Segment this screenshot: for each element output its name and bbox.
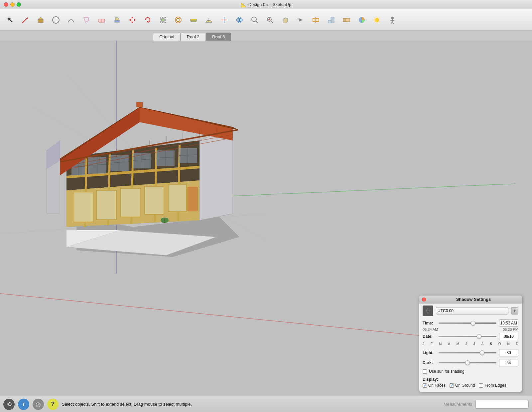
materials-tool[interactable] bbox=[354, 13, 369, 27]
time-label: Time: bbox=[423, 321, 436, 325]
svg-rect-95 bbox=[188, 187, 197, 211]
person-tool[interactable] bbox=[385, 13, 400, 27]
eraser-tool[interactable] bbox=[94, 13, 109, 27]
arc-tool[interactable] bbox=[64, 13, 78, 27]
date-slider[interactable] bbox=[439, 334, 496, 339]
shadow-settings-panel: Shadow Settings UTC0:00 + Time: 10:53 AM… bbox=[419, 295, 522, 392]
tape-tool[interactable] bbox=[186, 13, 201, 27]
toolbar: ↖ bbox=[0, 9, 532, 31]
push-pull-tool[interactable] bbox=[33, 13, 48, 27]
freehand-tool[interactable] bbox=[79, 13, 94, 27]
paint-tool[interactable] bbox=[110, 13, 124, 27]
measurements-label: Measurements bbox=[444, 402, 472, 407]
from-edges-checkbox[interactable] bbox=[479, 383, 483, 388]
light-label: Light: bbox=[423, 350, 436, 355]
tab-original[interactable]: Original bbox=[153, 33, 181, 41]
time-max: 06:23 PM bbox=[503, 327, 518, 331]
svg-rect-73 bbox=[110, 155, 129, 171]
light-row: Light: 80 bbox=[419, 348, 522, 358]
measurements-input[interactable] bbox=[475, 400, 529, 409]
zoom-tool[interactable] bbox=[247, 13, 262, 27]
move-tool[interactable] bbox=[125, 13, 140, 27]
protractor-tool[interactable] bbox=[201, 13, 216, 27]
svg-rect-91 bbox=[96, 190, 116, 220]
window-controls[interactable] bbox=[4, 2, 21, 7]
month-j1: J bbox=[423, 342, 424, 346]
status-icon-arrows[interactable]: ⟲ bbox=[3, 399, 15, 410]
on-faces-item[interactable]: On Faces bbox=[423, 383, 446, 388]
tab-roof2[interactable]: Roof 2 bbox=[181, 33, 206, 41]
circle-tool[interactable] bbox=[49, 13, 63, 27]
svg-rect-7 bbox=[115, 20, 119, 22]
section-tool[interactable] bbox=[309, 13, 323, 27]
panel-close-button[interactable] bbox=[422, 298, 426, 302]
status-text: Select objects. Shift to extend select. … bbox=[62, 402, 440, 407]
offset-tool[interactable] bbox=[171, 13, 186, 27]
month-j2: J bbox=[466, 342, 467, 346]
dark-value[interactable]: 54 bbox=[499, 359, 518, 366]
date-value[interactable]: 09/10 bbox=[499, 333, 518, 340]
svg-marker-31 bbox=[299, 18, 303, 22]
rotate-tool[interactable] bbox=[140, 13, 155, 27]
on-ground-item[interactable]: On Ground bbox=[450, 383, 475, 388]
tabs-bar: Original Roof 2 Roof 3 bbox=[0, 31, 532, 41]
time-slider[interactable] bbox=[439, 320, 496, 326]
component-tool[interactable] bbox=[324, 13, 338, 27]
light-slider[interactable] bbox=[439, 350, 496, 355]
look-around-tool[interactable] bbox=[293, 13, 308, 27]
dark-label: Dark: bbox=[423, 360, 436, 365]
tab-roof3[interactable]: Roof 3 bbox=[206, 33, 231, 41]
svg-point-16 bbox=[177, 18, 180, 22]
svg-rect-92 bbox=[121, 188, 141, 217]
use-sun-checkbox[interactable] bbox=[423, 369, 427, 374]
close-button[interactable] bbox=[4, 2, 8, 7]
orbit-tool[interactable] bbox=[232, 13, 247, 27]
on-ground-checkbox[interactable] bbox=[450, 383, 454, 388]
light-value[interactable]: 80 bbox=[499, 349, 518, 356]
scale-tool[interactable] bbox=[156, 13, 170, 27]
shadows-tool[interactable] bbox=[370, 13, 384, 27]
svg-marker-11 bbox=[134, 19, 136, 21]
month-o: O bbox=[498, 342, 501, 346]
status-icon-clock[interactable]: ◷ bbox=[33, 399, 44, 410]
on-faces-checkbox[interactable] bbox=[423, 383, 427, 388]
svg-point-48 bbox=[391, 17, 394, 19]
use-sun-row[interactable]: Use sun for shading bbox=[419, 368, 522, 375]
svg-marker-8 bbox=[131, 17, 134, 18]
svg-rect-94 bbox=[168, 184, 187, 212]
minimize-button[interactable] bbox=[10, 2, 15, 7]
pan-tool[interactable] bbox=[278, 13, 293, 27]
svg-marker-10 bbox=[129, 19, 131, 21]
svg-point-24 bbox=[238, 19, 240, 21]
status-icon-help[interactable]: ? bbox=[47, 399, 59, 410]
app-icon: 📐 bbox=[241, 2, 246, 7]
maximize-button[interactable] bbox=[17, 2, 21, 7]
svg-line-0 bbox=[22, 18, 28, 23]
window-title: 📐 Design 05 – SketchUp bbox=[241, 2, 291, 7]
date-row: Date: 09/10 bbox=[419, 331, 522, 341]
display-section: Display: On Faces On Ground From Edges bbox=[419, 375, 522, 388]
select-tool[interactable]: ↖ bbox=[3, 13, 17, 27]
timezone-select[interactable]: UTC0:00 bbox=[436, 307, 508, 314]
status-icon-info[interactable]: i bbox=[18, 399, 29, 410]
time-min: 05:34 AM bbox=[423, 327, 438, 331]
svg-point-39 bbox=[375, 18, 379, 22]
svg-line-47 bbox=[375, 22, 375, 22]
time-value[interactable]: 10:53 AM bbox=[499, 319, 518, 327]
svg-rect-2 bbox=[38, 19, 43, 23]
pencil-tool[interactable] bbox=[18, 13, 33, 27]
month-s: S bbox=[490, 342, 492, 346]
axes-tool[interactable] bbox=[217, 13, 231, 27]
month-m2: M bbox=[457, 342, 459, 346]
from-edges-item[interactable]: From Edges bbox=[479, 383, 506, 388]
add-timezone-button[interactable]: + bbox=[511, 307, 518, 314]
month-a2: A bbox=[481, 342, 484, 346]
svg-rect-116 bbox=[136, 102, 143, 107]
dark-row: Dark: 54 bbox=[419, 358, 522, 368]
zoom-extents-tool[interactable] bbox=[263, 13, 277, 27]
dark-slider[interactable] bbox=[439, 360, 496, 365]
svg-point-15 bbox=[175, 17, 181, 23]
month-n: N bbox=[507, 342, 510, 346]
svg-line-44 bbox=[375, 18, 375, 18]
group-tool[interactable] bbox=[339, 13, 354, 27]
